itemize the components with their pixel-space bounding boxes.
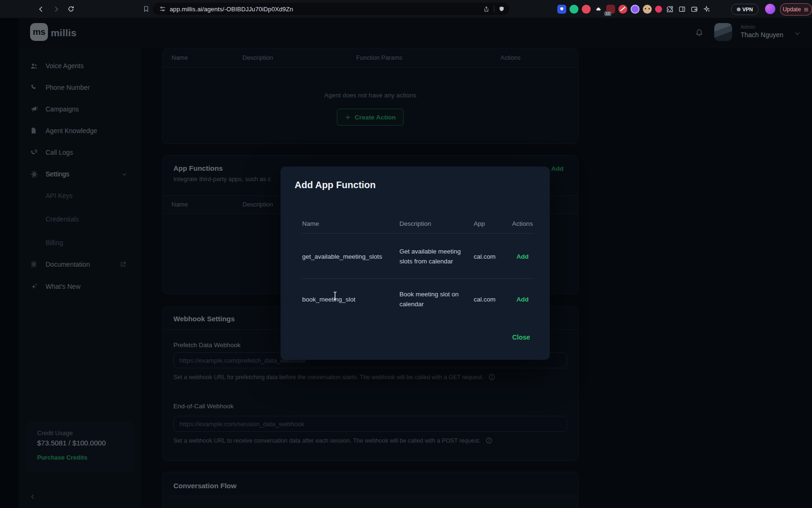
ext-badge-count: 12	[604, 11, 611, 16]
browser-toolbar: app.millis.ai/agents/-OBIBDJJu70iDp0Xd9Z…	[0, 0, 812, 18]
extensions-row: 12	[557, 0, 711, 18]
ext-cloud-icon[interactable]	[594, 5, 603, 14]
add-function-button[interactable]: Add	[516, 296, 529, 303]
url-bar[interactable]: app.millis.ai/agents/-OBIBDJJu70iDp0Xd9Z…	[153, 3, 509, 15]
close-button[interactable]: Close	[512, 333, 530, 341]
sidebar-toggle-icon[interactable]	[678, 5, 687, 14]
vpn-dot-icon	[737, 8, 741, 11]
modal-title: Add App Function	[295, 180, 376, 190]
share-icon[interactable]	[483, 6, 490, 13]
function-description: Book meeting slot on calendar	[399, 289, 474, 309]
bookmark-icon[interactable]	[140, 3, 152, 15]
puzzle-icon[interactable]	[665, 5, 674, 14]
reload-icon[interactable]	[65, 3, 77, 15]
site-settings-icon[interactable]	[159, 6, 166, 12]
function-app: cal.com	[474, 253, 511, 260]
separator	[494, 6, 494, 12]
browser-profile-avatar[interactable]	[765, 4, 775, 14]
function-name: get_available_meeting_slots	[302, 253, 399, 260]
text-cursor	[332, 291, 338, 301]
function-name: book_meeting_slot	[302, 296, 399, 303]
ext-green-circle-icon[interactable]	[570, 5, 578, 14]
menu-icon	[803, 7, 809, 12]
column-header: App	[474, 220, 511, 227]
back-icon[interactable]	[35, 3, 47, 15]
function-app: cal.com	[474, 296, 511, 303]
ext-badge-12-icon[interactable]: 12	[606, 5, 615, 14]
leo-ai-icon[interactable]	[702, 5, 711, 14]
column-header: Name	[302, 220, 399, 227]
vpn-label: VPN	[742, 7, 753, 12]
ext-purple-circle-icon[interactable]	[631, 5, 640, 14]
brave-shield-icon[interactable]	[499, 6, 505, 13]
modal-table-header: Name Description App Actions	[302, 214, 534, 233]
screen: app.millis.ai/agents/-OBIBDJJu70iDp0Xd9Z…	[0, 0, 812, 508]
url-text: app.millis.ai/agents/-OBIBDJJu70iDp0Xd9Z…	[170, 6, 293, 13]
forward-icon[interactable]	[50, 3, 62, 15]
ext-blocked-icon[interactable]	[618, 5, 627, 14]
wallet-icon[interactable]	[690, 5, 699, 14]
function-description: Get available meeting slots from calenda…	[399, 246, 474, 266]
add-function-button[interactable]: Add	[516, 253, 529, 260]
column-header: Description	[399, 219, 474, 229]
ext-face-circle-icon[interactable]	[643, 5, 652, 14]
ext-shield-blue-icon[interactable]	[557, 5, 566, 14]
update-label: Update	[783, 6, 801, 13]
table-row: get_available_meeting_slots Get availabl…	[302, 233, 534, 279]
update-button[interactable]: Update	[780, 3, 812, 16]
ext-red-circle-icon[interactable]	[582, 5, 591, 14]
vpn-button[interactable]: VPN	[731, 4, 758, 15]
add-app-function-modal: Add App Function Name Description App Ac…	[281, 167, 550, 360]
ext-pink-dot-icon[interactable]	[655, 6, 662, 13]
column-header: Actions	[511, 220, 534, 227]
